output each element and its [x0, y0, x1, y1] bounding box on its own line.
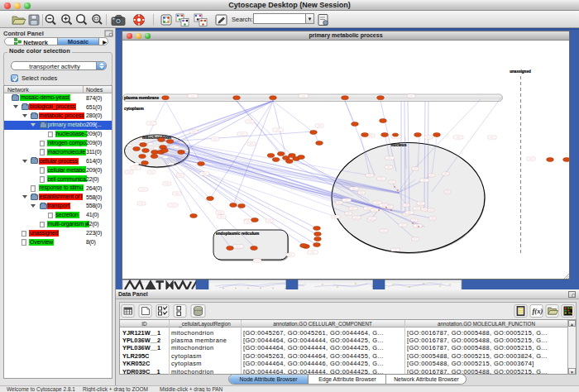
svg-text:endoplasmic reticulum: endoplasmic reticulum [216, 231, 259, 235]
svg-text:unassigned: unassigned [510, 69, 531, 74]
svg-text:plasma membrane: plasma membrane [124, 96, 159, 100]
svg-text:f(x): f(x) [533, 307, 543, 315]
svg-text:cytoplasm: cytoplasm [124, 107, 144, 111]
svg-text:nucleus: nucleus [391, 142, 407, 147]
svg-text:mitochondrion: mitochondrion [142, 135, 171, 140]
